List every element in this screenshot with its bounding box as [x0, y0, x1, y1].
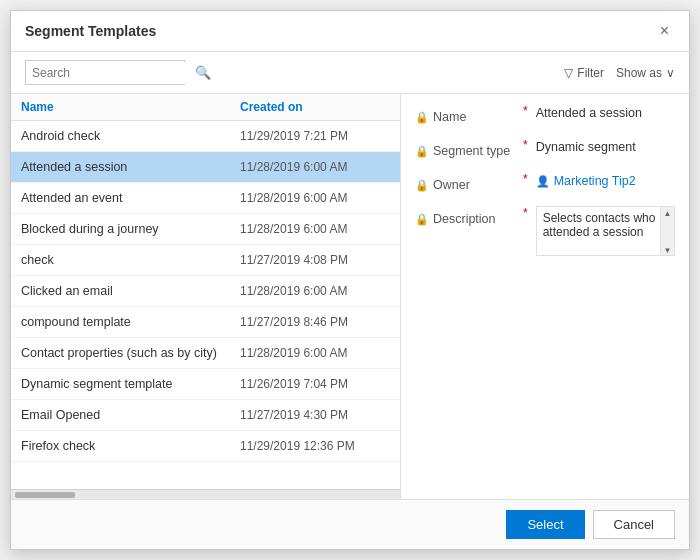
detail-name-row: 🔒 Name * Attended a session [415, 104, 675, 128]
row-name: Clicked an email [21, 284, 240, 298]
table-row[interactable]: Clicked an email 11/28/2019 6:00 AM [11, 276, 400, 307]
detail-description-row: 🔒 Description * Selects contacts who att… [415, 206, 675, 256]
row-name: Contact properties (such as by city) [21, 346, 240, 360]
owner-value[interactable]: 👤 Marketing Tip2 [536, 172, 675, 188]
row-name: check [21, 253, 240, 267]
show-as-button[interactable]: Show as ∨ [616, 66, 675, 80]
row-name: Attended an event [21, 191, 240, 205]
description-required-star: * [523, 206, 528, 220]
segment-type-value: Dynamic segment [536, 138, 675, 154]
row-date: 11/28/2019 6:00 AM [240, 346, 390, 360]
table-row[interactable]: Firefox check 11/29/2019 12:36 PM [11, 431, 400, 462]
name-value: Attended a session [536, 104, 675, 120]
detail-owner-row: 🔒 Owner * 👤 Marketing Tip2 [415, 172, 675, 196]
search-box: 🔍 [25, 60, 185, 85]
search-icon-button[interactable]: 🔍 [188, 61, 218, 84]
table-row[interactable]: Attended an event 11/28/2019 6:00 AM [11, 183, 400, 214]
description-scrollbar[interactable]: ▲ ▼ [660, 207, 674, 255]
table-row[interactable]: Blocked during a journey 11/28/2019 6:00… [11, 214, 400, 245]
description-value: Selects contacts who attended a session … [536, 206, 675, 256]
row-date: 11/27/2019 4:08 PM [240, 253, 390, 267]
row-name: Dynamic segment template [21, 377, 240, 391]
select-button[interactable]: Select [506, 510, 584, 539]
owner-label: 🔒 Owner [415, 172, 515, 196]
segment-templates-dialog: Segment Templates × 🔍 ▽ Filter Show as ∨… [10, 10, 690, 550]
close-button[interactable]: × [654, 21, 675, 41]
list-panel: Name Created on Android check 11/29/2019… [11, 94, 401, 499]
row-date: 11/27/2019 8:46 PM [240, 315, 390, 329]
list-body[interactable]: Android check 11/29/2019 7:21 PM Attende… [11, 121, 400, 489]
row-date: 11/28/2019 6:00 AM [240, 284, 390, 298]
table-row[interactable]: Dynamic segment template 11/26/2019 7:04… [11, 369, 400, 400]
cancel-button[interactable]: Cancel [593, 510, 675, 539]
row-date: 11/27/2019 4:30 PM [240, 408, 390, 422]
row-name: compound template [21, 315, 240, 329]
table-row[interactable]: check 11/27/2019 4:08 PM [11, 245, 400, 276]
detail-segment-type-row: 🔒 Segment type * Dynamic segment [415, 138, 675, 162]
dialog-titlebar: Segment Templates × [11, 11, 689, 52]
col-name-header[interactable]: Name [21, 100, 240, 114]
description-label: 🔒 Description [415, 206, 515, 230]
lock-icon-3: 🔒 [415, 179, 429, 192]
row-date: 11/28/2019 6:00 AM [240, 222, 390, 236]
chevron-down-icon: ∨ [666, 66, 675, 80]
main-content: Name Created on Android check 11/29/2019… [11, 94, 689, 499]
segment-type-required-star: * [523, 138, 528, 152]
toolbar-right: ▽ Filter Show as ∨ [564, 66, 675, 80]
table-row[interactable]: Attended a session 11/28/2019 6:00 AM [11, 152, 400, 183]
footer: Select Cancel [11, 499, 689, 549]
lock-icon-4: 🔒 [415, 213, 429, 226]
row-date: 11/28/2019 6:00 AM [240, 191, 390, 205]
filter-icon: ▽ [564, 66, 573, 80]
table-row[interactable]: compound template 11/27/2019 8:46 PM [11, 307, 400, 338]
row-name: Android check [21, 129, 240, 143]
horizontal-scrollbar[interactable] [11, 489, 400, 499]
user-icon: 👤 [536, 175, 550, 188]
lock-icon-2: 🔒 [415, 145, 429, 158]
name-label: 🔒 Name [415, 104, 515, 128]
lock-icon: 🔒 [415, 111, 429, 124]
col-created-header[interactable]: Created on [240, 100, 390, 114]
horizontal-scrollbar-thumb [15, 492, 75, 498]
row-date: 11/28/2019 6:00 AM [240, 160, 390, 174]
row-name: Attended a session [21, 160, 240, 174]
scroll-down-icon: ▼ [664, 246, 672, 255]
show-as-label: Show as [616, 66, 662, 80]
list-header: Name Created on [11, 94, 400, 121]
segment-type-label: 🔒 Segment type [415, 138, 515, 162]
filter-button[interactable]: ▽ Filter [564, 66, 604, 80]
row-name: Firefox check [21, 439, 240, 453]
table-row[interactable]: Email Opened 11/27/2019 4:30 PM [11, 400, 400, 431]
scroll-up-icon: ▲ [664, 209, 672, 218]
search-input[interactable] [26, 62, 188, 84]
toolbar: 🔍 ▽ Filter Show as ∨ [11, 52, 689, 94]
table-row[interactable]: Contact properties (such as by city) 11/… [11, 338, 400, 369]
name-required-star: * [523, 104, 528, 118]
dialog-title: Segment Templates [25, 23, 156, 39]
detail-panel: 🔒 Name * Attended a session 🔒 Segment ty… [401, 94, 689, 499]
filter-label: Filter [577, 66, 604, 80]
row-date: 11/29/2019 12:36 PM [240, 439, 390, 453]
table-row[interactable]: Android check 11/29/2019 7:21 PM [11, 121, 400, 152]
row-date: 11/29/2019 7:21 PM [240, 129, 390, 143]
owner-required-star: * [523, 172, 528, 186]
row-name: Email Opened [21, 408, 240, 422]
row-date: 11/26/2019 7:04 PM [240, 377, 390, 391]
row-name: Blocked during a journey [21, 222, 240, 236]
